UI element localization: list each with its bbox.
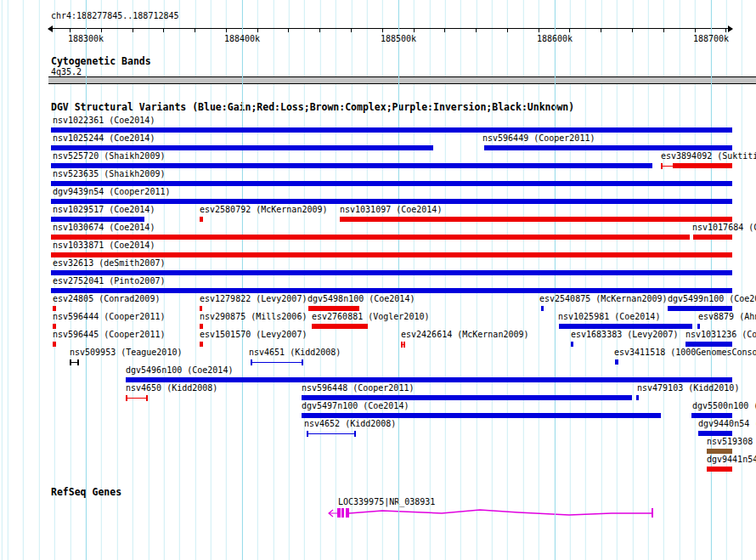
ruler-tick-mark [539, 28, 539, 32]
variant-esv1279822[interactable] [200, 306, 202, 311]
variant-nsv596445[interactable] [53, 342, 56, 347]
band-label: 4q35.2 [51, 67, 82, 76]
variant-dgv9440n54[interactable] [698, 431, 732, 436]
region-label: chr4:188277845..188712845 [51, 11, 179, 20]
gridline-major [711, 0, 712, 560]
variant-label-nsv4650: nsv4650 (Kidd2008) [126, 383, 217, 393]
ruler-tick-label: 188500k [381, 34, 416, 43]
variant-label-nsv1033871: nsv1033871 (Coe2014) [53, 240, 155, 250]
ruler-tick-mark [101, 28, 102, 32]
variant-label-nsv596444: nsv596444 (Cooper2011) [53, 312, 165, 321]
ruler-tick-label: 188400k [224, 34, 260, 43]
ruler-tick-mark [569, 28, 570, 32]
gene-exon[interactable] [337, 508, 341, 518]
variant-label-esv2580792: esv2580792 (McKernan2009) [200, 205, 328, 214]
variant-esv3411518[interactable] [615, 359, 618, 365]
variant-esv3894092[interactable] [673, 163, 732, 168]
variant-label-nsv479103: nsv479103 (Kidd2010) [637, 383, 739, 393]
variant-esv2752041[interactable] [51, 288, 732, 293]
variant-dgv5496n100[interactable] [126, 377, 732, 382]
variant-esv2426614[interactable] [401, 342, 405, 348]
ruler-tick-mark [725, 28, 726, 32]
variant-nsv1031236[interactable] [685, 342, 732, 347]
variant-nsv525720[interactable] [51, 163, 652, 168]
gene-intron-line [349, 510, 652, 515]
ruler-tick-mark [226, 28, 227, 32]
variant-nsv4651[interactable] [251, 359, 303, 365]
variant-esv2580792[interactable] [200, 217, 203, 222]
gene-exon[interactable] [346, 508, 349, 518]
variant-nsv1025244[interactable] [51, 145, 433, 150]
gene-exon[interactable] [652, 508, 653, 518]
ruler-tick-mark [319, 28, 320, 32]
variant-label-dgv9441n54: dgv9441n54 [707, 455, 756, 464]
variant-nsv1030674[interactable] [51, 235, 690, 240]
ruler-tick-mark [695, 28, 696, 32]
variant-esv32613[interactable] [51, 270, 732, 275]
variant-esv24805[interactable] [53, 306, 56, 311]
variant-label-dgv5497n100: dgv5497n100 (Coe2014) [302, 401, 409, 410]
variant-nsv1029517[interactable] [51, 217, 144, 222]
variant-label-esv2540875: esv2540875 (McKernan2009) [539, 294, 668, 303]
variant-label-dgv9439n54: dgv9439n54 (Cooper2011) [53, 187, 170, 196]
variant-label-nsv596448: nsv596448 (Cooper2011) [302, 383, 414, 393]
variant-label-nsv596445: nsv596445 (Cooper2011) [53, 330, 165, 339]
variant-nsv509953[interactable] [70, 359, 79, 365]
variant-esv2540875[interactable] [541, 306, 544, 311]
variant-dgv9441n54[interactable] [707, 467, 732, 472]
variant-dgv5498n100[interactable] [308, 306, 359, 311]
variant-label-nsv1025244: nsv1025244 (Coe2014) [53, 133, 155, 143]
variant-nsv596448[interactable] [302, 395, 632, 400]
ruler-tick-mark [382, 28, 383, 32]
variant-nsv523635[interactable] [51, 181, 732, 186]
variant-nsv596449[interactable] [484, 145, 732, 150]
ruler-tick-mark [195, 28, 195, 32]
variant-label-nsv4651: nsv4651 (Kidd2008) [249, 348, 341, 357]
variant-label-nsv290875: nsv290875 (Mills2006) [200, 312, 307, 321]
ruler-tick-mark [632, 28, 633, 32]
ruler-tick-mark [476, 28, 477, 32]
dgv-title: DGV Structural Variants (Blue:Gain;Red:L… [51, 102, 574, 113]
variant-dgv9439n54[interactable] [51, 199, 732, 204]
variant-esv1683383[interactable] [571, 342, 573, 347]
variant-nsv1033871[interactable] [51, 252, 732, 257]
variant-esv1501570[interactable] [200, 342, 203, 347]
variant-dgv5500n100[interactable] [691, 413, 732, 418]
gridline-major [555, 0, 556, 560]
variant-label-esv2426614: esv2426614 (McKernan2009) [401, 330, 529, 339]
ruler-tick-mark [601, 28, 601, 32]
variant-label-dgv5498n100: dgv5498n100 (Coe2014) [307, 294, 415, 303]
variant-label-esv3411518: esv3411518 (1000GenomesConsor [614, 348, 756, 357]
variant-nsv519308[interactable] [707, 449, 732, 454]
variant-dgv5499n100[interactable] [668, 306, 732, 311]
variant-label-nsv1022361: nsv1022361 (Coe2014) [53, 116, 155, 125]
ruler-arrow-right-icon [728, 25, 733, 32]
variant-nsv1017684[interactable] [693, 235, 732, 240]
variant-nsv4650[interactable] [126, 395, 148, 401]
variant-nsv479103[interactable] [636, 395, 639, 400]
variant-esv3894092[interactable] [661, 163, 673, 169]
ruler-tick-mark [444, 28, 445, 32]
variant-nsv290875[interactable] [200, 324, 203, 329]
variant-dgv5497n100[interactable] [302, 413, 661, 418]
variant-nsv1022361[interactable] [51, 127, 732, 133]
variant-label-dgv9440n54: dgv9440n54 (C [698, 419, 756, 428]
variant-nsv1031097[interactable] [340, 217, 732, 222]
ruler-tick-label: 188300k [68, 34, 104, 43]
variant-label-esv1683383: esv1683383 (Levy2007) [571, 330, 678, 339]
variant-label-dgv5500n100: dgv5500n100 (C [692, 401, 756, 410]
variant-label-nsv1025981: nsv1025981 (Coe2014) [558, 312, 660, 321]
variant-esv2760881[interactable] [312, 324, 368, 329]
gene-exon[interactable] [341, 508, 344, 518]
variant-nsv596444[interactable] [53, 324, 56, 329]
ruler-tick-mark [351, 28, 352, 32]
variant-nsv4652[interactable] [307, 431, 356, 437]
gridline-major [242, 0, 243, 560]
variant-label-esv1501570: esv1501570 (Levy2007) [200, 330, 307, 339]
variant-label-nsv1031236: nsv1031236 (Co [685, 330, 756, 339]
variant-label-esv8879: esv8879 (Ahn [698, 312, 756, 321]
ruler-tick-mark [257, 28, 258, 32]
variant-esv8879[interactable] [697, 324, 700, 329]
variant-nsv1025981[interactable] [559, 324, 692, 329]
gene-glyph[interactable] [0, 505, 756, 520]
